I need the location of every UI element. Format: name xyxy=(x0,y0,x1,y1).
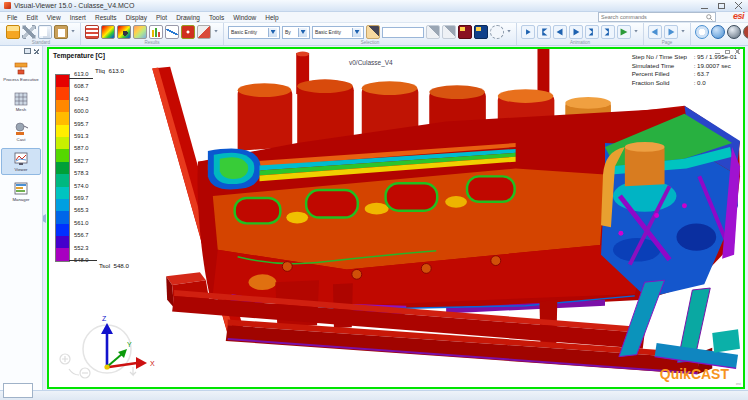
pick-cursor-icon[interactable] xyxy=(366,25,380,39)
entity-type-select-2[interactable]: Basic Entity xyxy=(312,26,364,39)
legend-color-bar xyxy=(55,74,70,262)
panel-float-icon[interactable] xyxy=(24,48,31,54)
legend-tick: 587.0 xyxy=(74,145,89,151)
overflow-icon[interactable] xyxy=(633,30,639,35)
legend-band xyxy=(56,224,69,236)
menu-insert[interactable]: Insert xyxy=(70,14,86,21)
legend-tick: 600.0 xyxy=(74,108,89,114)
unselect-flag-icon[interactable] xyxy=(474,25,488,39)
menu-view[interactable]: View xyxy=(47,14,61,21)
shaded-edges-view-icon[interactable] xyxy=(727,25,741,39)
group-label-standard: Standard xyxy=(6,39,76,46)
contour-globe-icon[interactable] xyxy=(117,25,131,39)
select-flag-icon[interactable] xyxy=(458,25,472,39)
axis-triad[interactable]: Z X Y xyxy=(55,311,165,383)
axis-z-label: Z xyxy=(102,315,107,322)
legend-tick: 565.3 xyxy=(74,207,89,213)
play-icon[interactable] xyxy=(569,25,583,39)
lasso-select-icon[interactable] xyxy=(490,25,504,39)
info-row: Fraction Solid: 0.0 xyxy=(632,79,737,88)
close-icon[interactable] xyxy=(735,2,742,9)
half-section-view-icon[interactable] xyxy=(743,25,748,39)
probe-info-icon[interactable] xyxy=(181,25,195,39)
legend-tick: 574.0 xyxy=(74,183,89,189)
search-box[interactable] xyxy=(598,12,716,22)
menu-window[interactable]: Window xyxy=(233,14,256,21)
chevron-down-icon[interactable] xyxy=(352,28,361,37)
group-label-selection: Selection xyxy=(228,39,512,46)
group-label-views: Views xyxy=(695,39,748,46)
contour-plot-icon[interactable] xyxy=(101,25,115,39)
select-pointer-icon[interactable] xyxy=(426,25,440,39)
overflow-icon[interactable] xyxy=(680,30,686,35)
sidebar-item-manager[interactable]: Manager xyxy=(1,178,41,205)
status-bar xyxy=(0,390,748,400)
result-probe-icon[interactable] xyxy=(197,25,211,39)
menu-display[interactable]: Display xyxy=(126,14,147,21)
open-icon[interactable] xyxy=(6,25,20,39)
search-icon xyxy=(706,14,713,21)
panel-close-icon[interactable] xyxy=(34,49,39,54)
next-page-icon[interactable] xyxy=(664,25,678,39)
contour-light-icon[interactable] xyxy=(133,25,147,39)
menu-plot[interactable]: Plot xyxy=(156,14,167,21)
overflow-icon[interactable] xyxy=(506,30,512,35)
overflow-icon[interactable] xyxy=(213,30,219,35)
menu-file[interactable]: File xyxy=(7,14,17,21)
chevron-down-icon[interactable] xyxy=(298,28,307,37)
shaded-view-icon[interactable] xyxy=(711,25,725,39)
axis-x-label: X xyxy=(150,360,155,367)
toolbar-group-selection: Basic Entity By Basic Entity Selection xyxy=(224,23,517,45)
animation-panel-icon[interactable] xyxy=(521,25,535,39)
paste-icon[interactable] xyxy=(54,25,68,39)
by-select[interactable]: By xyxy=(282,26,310,39)
maximize-icon[interactable] xyxy=(718,3,725,9)
corner-watermark: esi xyxy=(736,381,741,386)
group-label-results: Results xyxy=(85,39,219,46)
sidebar-item-cast[interactable]: Cast xyxy=(1,118,41,145)
first-frame-icon[interactable] xyxy=(537,25,551,39)
search-input[interactable] xyxy=(601,14,704,21)
viewport-maximize-icon[interactable] xyxy=(725,50,730,54)
wireframe-view-icon[interactable] xyxy=(695,25,709,39)
viewport-minimize-icon[interactable] xyxy=(715,50,720,54)
results-grid-icon[interactable] xyxy=(85,25,99,39)
menu-bar: File Edit View Insert Results Display Pl… xyxy=(0,12,748,23)
cast-icon xyxy=(13,122,29,136)
bar-chart-icon[interactable] xyxy=(149,25,163,39)
previous-frame-icon[interactable] xyxy=(553,25,567,39)
viewport-close-icon[interactable] xyxy=(735,49,740,54)
cut-icon[interactable] xyxy=(22,25,36,39)
overflow-icon[interactable] xyxy=(70,30,76,35)
legend-tick: 595.7 xyxy=(74,121,89,127)
previous-page-icon[interactable] xyxy=(648,25,662,39)
sidebar-item-mesh[interactable]: Mesh xyxy=(1,88,41,115)
viewport-3d[interactable]: Temperature [C] 613.0 608.7 604.3 xyxy=(47,47,745,389)
line-chart-icon[interactable] xyxy=(165,25,179,39)
minimize-icon[interactable] xyxy=(701,3,708,9)
menu-drawing[interactable]: Drawing xyxy=(176,14,200,21)
chevron-down-icon[interactable] xyxy=(268,28,277,37)
title-bar: Visual-Viewer 15.0 - Culasse_V4.MCO xyxy=(0,0,748,12)
menu-edit[interactable]: Edit xyxy=(26,14,37,21)
group-label-animation: Animation xyxy=(521,39,639,46)
last-frame-icon[interactable] xyxy=(601,25,615,39)
deselect-pointer-icon[interactable] xyxy=(442,25,456,39)
menu-tools[interactable]: Tools xyxy=(209,14,224,21)
quikcast-logo: QuikCAST xyxy=(660,366,729,382)
process-executive-icon xyxy=(13,62,29,76)
selection-filter-input[interactable] xyxy=(382,27,424,38)
entity-type-select[interactable]: Basic Entity xyxy=(228,26,280,39)
copy-icon[interactable] xyxy=(38,25,52,39)
menu-help[interactable]: Help xyxy=(265,14,278,21)
export-animation-icon[interactable] xyxy=(617,25,631,39)
sidebar-splitter[interactable] xyxy=(43,46,46,391)
sidebar-item-viewer[interactable]: Viewer xyxy=(1,148,41,175)
legend-band xyxy=(56,248,69,260)
next-frame-icon[interactable] xyxy=(585,25,599,39)
menu-results[interactable]: Results xyxy=(95,14,117,21)
group-label-page: Page xyxy=(648,39,686,46)
toolbar: Standard Results Basic Entity By xyxy=(0,23,748,46)
sidebar-item-process-executive[interactable]: Process Executive xyxy=(1,58,41,85)
info-row: Percent Filled: 63.7 xyxy=(632,70,737,79)
